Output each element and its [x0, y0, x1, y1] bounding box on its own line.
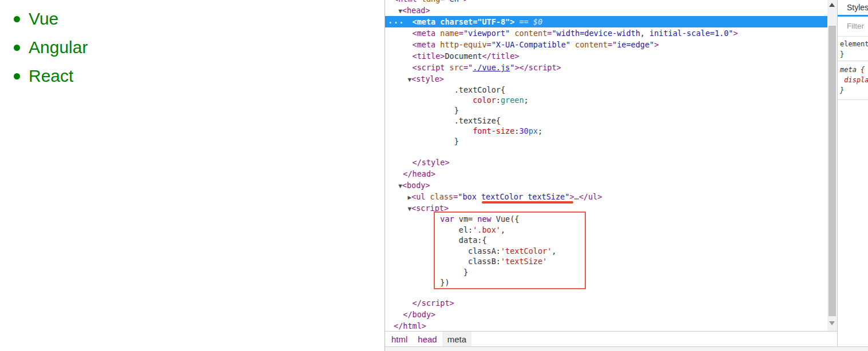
dom-tree-row[interactable]: </style>: [385, 157, 827, 168]
code-segment: [394, 192, 407, 201]
breadcrumb-item-meta[interactable]: meta: [442, 332, 471, 347]
code-segment: lang: [422, 0, 441, 3]
styles-sections: element.style {}meta { display: none;}: [838, 37, 868, 100]
breadcrumb-item-head[interactable]: head: [413, 332, 442, 347]
code-segment: "width=device-width, initial-scale=1.0": [552, 29, 733, 38]
code-segment: $0: [533, 17, 542, 26]
dom-tree-row[interactable]: color:green;: [385, 95, 827, 105]
code-segment: [394, 298, 413, 308]
code-segment: </head>: [403, 169, 435, 178]
code-segment: [394, 204, 407, 213]
rendered-page: VueAngularReact: [0, 0, 385, 351]
code-segment: ▼: [398, 182, 402, 190]
code-segment: <meta: [413, 40, 441, 49]
code-segment: <body>: [402, 181, 430, 190]
code-segment: </title>: [482, 51, 519, 61]
code-segment: [394, 74, 407, 83]
code-segment: <meta charset="UTF-8">: [413, 17, 520, 26]
dom-tree-row[interactable]: <meta http-equiv="X-UA-Compatible" conte…: [385, 39, 827, 50]
code-segment: class: [430, 192, 454, 201]
dom-tree-row[interactable]: </body>: [385, 309, 827, 320]
code-segment: >: [733, 29, 738, 38]
annotation-box: [434, 212, 586, 289]
dom-tree-row[interactable]: ▼<style>: [385, 73, 827, 85]
code-segment: <head>: [402, 6, 430, 15]
code-segment: =: [487, 40, 492, 49]
style-rule-line: meta {: [840, 65, 868, 75]
list-item: Angular: [0, 33, 385, 62]
code-segment: px: [529, 126, 538, 135]
dom-tree-row-selected[interactable]: <meta charset="UTF-8"> == $0...: [385, 16, 827, 27]
code-segment: [394, 51, 413, 61]
style-rule[interactable]: meta { display: none;}: [838, 61, 868, 100]
code-segment: http-equiv: [440, 40, 486, 49]
style-rule-line: }: [840, 85, 868, 95]
dom-tree-row[interactable]: .textColor{: [385, 85, 827, 95]
code-segment: </body>: [403, 310, 435, 319]
code-segment: <style>: [411, 74, 444, 83]
breadcrumb-item-html[interactable]: html: [386, 332, 413, 347]
code-segment: ;: [538, 126, 542, 135]
code-segment: [570, 40, 575, 49]
list-item-text: Vue: [29, 10, 58, 27]
dom-tree-row[interactable]: ▼<head>: [385, 5, 827, 16]
dom-tree-row[interactable]: <title>Document</title>: [385, 50, 827, 62]
code-segment: .textSize{: [394, 116, 501, 125]
dom-tree-row[interactable]: ▼<body>: [385, 180, 827, 191]
code-segment: "ie=edge": [612, 40, 654, 49]
tab-styles[interactable]: Styles: [838, 0, 868, 15]
code-segment: </script>: [413, 298, 454, 308]
code-segment: 30: [519, 126, 528, 135]
code-segment: </html>: [394, 321, 426, 330]
dom-tree-row[interactable]: }: [385, 136, 827, 146]
devtools-panel: <html lang="en"> ▼<head> <meta charset="…: [385, 0, 868, 351]
code-segment: [394, 63, 413, 72]
scrollbar-thumb[interactable]: [829, 26, 836, 316]
style-rule[interactable]: element.style {}: [838, 37, 868, 61]
style-rule-line: display: none;: [840, 75, 868, 85]
breadcrumb: htmlheadmeta: [385, 331, 838, 347]
code-segment: >: [514, 63, 519, 72]
dom-tree-row[interactable]: <meta name="viewport" content="width=dev…: [385, 27, 827, 39]
elements-scrollbar[interactable]: [827, 0, 837, 331]
bullet-icon: [14, 45, 20, 51]
dom-tree-row[interactable]: </script>: [385, 297, 827, 309]
code-segment: ": [468, 63, 473, 72]
dom-tree-row[interactable]: font-size:30px;: [385, 126, 827, 136]
selected-row-gutter-dots-icon[interactable]: ...: [388, 15, 405, 26]
code-segment: =: [608, 40, 612, 49]
code-segment: …: [574, 192, 579, 201]
code-segment: .textColor{: [394, 85, 505, 94]
code-segment: [394, 6, 398, 15]
code-segment: font-size: [473, 126, 514, 135]
code-segment: content: [514, 29, 547, 38]
list-item: React: [0, 62, 385, 90]
code-segment: "en": [445, 0, 463, 3]
dom-tree-row[interactable]: </html>: [385, 320, 827, 332]
code-segment: [394, 40, 413, 49]
code-segment: ▼: [398, 7, 402, 15]
drawer-strip: [385, 346, 868, 351]
dom-tree-row[interactable]: <script src="./vue.js"></script>: [385, 62, 827, 73]
dom-tree-row[interactable]: }: [385, 105, 827, 115]
code-segment: [394, 181, 398, 190]
styles-filter-input[interactable]: Filter: [838, 17, 868, 36]
code-segment: >: [463, 0, 468, 3]
code-segment: [394, 310, 403, 319]
code-segment: green: [501, 95, 524, 105]
code-segment: </style>: [413, 158, 450, 167]
code-segment: :: [496, 95, 501, 105]
code-segment: >: [654, 40, 659, 49]
dom-tree-row[interactable]: <html lang="en">: [385, 0, 827, 5]
code-segment: <ul: [411, 192, 430, 201]
dom-tree-row[interactable]: [385, 146, 827, 157]
code-segment: =: [463, 63, 468, 72]
scrollbar-up-arrow-icon[interactable]: [829, 3, 835, 7]
dom-tree-row[interactable]: ▶<ul class="box textColor textSize">…</u…: [385, 191, 827, 202]
code-segment: <html: [394, 0, 422, 3]
dom-tree-row[interactable]: </head>: [385, 168, 827, 180]
code-segment: >: [569, 192, 574, 201]
dom-tree-row[interactable]: .textSize{: [385, 115, 827, 126]
scrollbar-down-arrow-icon[interactable]: [829, 321, 835, 325]
code-segment: </script>: [520, 63, 561, 72]
